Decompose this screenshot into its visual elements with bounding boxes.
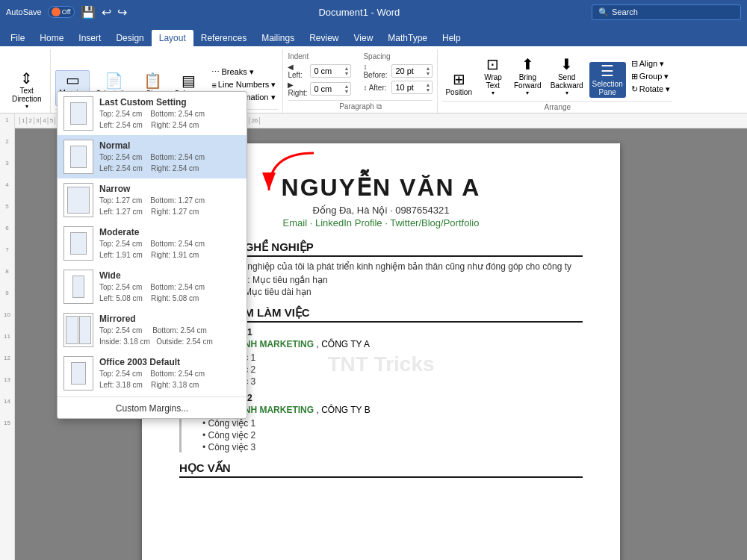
autosave-knob: [52, 7, 61, 16]
align-button[interactable]: ⊟ Align ▾: [629, 58, 672, 69]
side-ruler: 123 45 67 89 1011 1213 1415: [0, 113, 15, 560]
indent-right-down[interactable]: ▼: [344, 89, 349, 94]
indent-right-row: ▶ Right: 0 cm ▲ ▼: [288, 81, 351, 97]
spacing-after-down[interactable]: ▼: [425, 87, 430, 93]
tab-help[interactable]: Help: [435, 30, 468, 46]
spacing-before-down[interactable]: ▼: [425, 71, 430, 76]
indent-left-up[interactable]: ▲: [344, 66, 349, 71]
tab-mailings[interactable]: Mailings: [254, 30, 302, 46]
send-backward-icon: ⬇: [560, 57, 573, 72]
autosave-label: AutoSave: [6, 7, 42, 16]
align-label: Align ▾: [639, 59, 665, 69]
spacing-after-value: 10 pt: [394, 83, 425, 92]
indent-right-up[interactable]: ▲: [344, 84, 349, 89]
indent-right-field[interactable]: 0 cm ▲ ▼: [310, 82, 351, 96]
text-direction-button[interactable]: ⇕ TextDirection ▾: [7, 69, 46, 111]
job1-company: , CÔNG TY A: [316, 339, 370, 349]
tab-view[interactable]: View: [347, 30, 381, 46]
save-icon[interactable]: 💾: [81, 5, 96, 19]
margin-name-moderate: Moderate: [99, 227, 241, 237]
position-button[interactable]: ⊞ Position: [442, 70, 475, 98]
title-bar-left: AutoSave Off 💾 ↩ ↪: [6, 5, 127, 19]
bring-forward-button[interactable]: ⬆ BringForward ▾: [511, 55, 545, 98]
align-icon: ⊟: [631, 59, 638, 69]
breaks-icon: ⋯: [211, 67, 220, 77]
margin-item-moderate[interactable]: Moderate Top: 2.54 cm Bottom: 2.54 cmLef…: [58, 222, 247, 265]
margin-name-last-custom: Last Custom Setting: [99, 97, 241, 108]
objective-bullet-2: Dài hạn: Mục tiêu dài hạn: [202, 287, 583, 297]
margin-icon-narrow: [63, 183, 93, 217]
line-numbers-button[interactable]: ≡ Line Numbers ▾: [209, 79, 278, 90]
selection-pane-icon: ☰: [601, 63, 614, 78]
size-icon: 📋: [143, 73, 162, 88]
group-button[interactable]: ⊞ Group ▾: [629, 71, 672, 82]
send-backward-button[interactable]: ⬇ SendBackward ▾: [548, 55, 586, 98]
send-backward-dropdown-arrow: ▾: [565, 90, 568, 96]
paragraph-dialog-launcher[interactable]: ⧉: [376, 102, 382, 111]
document-title: Document1 - Word: [318, 7, 400, 18]
spacing-before-row: ↕ Before: 20 pt ▲ ▼: [363, 63, 433, 79]
indent-header: Indent: [288, 52, 351, 60]
tab-file[interactable]: File: [3, 30, 32, 46]
bring-forward-dropdown-arrow: ▾: [526, 90, 529, 96]
wrap-text-button[interactable]: ⊡ WrapText ▾: [478, 55, 508, 98]
orientation-icon: 📄: [105, 73, 123, 88]
tab-home[interactable]: Home: [32, 30, 71, 46]
ribbon-group-text-direction: ⇕ TextDirection ▾: [3, 49, 51, 113]
margin-details-normal: Top: 2.54 cm Bottom: 2.54 cmLeft: 2.54 c…: [99, 152, 241, 174]
margin-details-mirrored: Top: 2.54 cm Bottom: 2.54 cmInside: 3.18…: [99, 325, 241, 347]
margin-icon-inner: [70, 102, 87, 125]
spacing-before-field[interactable]: 20 pt ▲ ▼: [391, 64, 433, 78]
indent-right-spinners[interactable]: ▲ ▼: [344, 84, 349, 94]
spacing-before-spinners[interactable]: ▲ ▼: [425, 66, 430, 76]
spacing-after-spinners[interactable]: ▲ ▼: [425, 82, 430, 93]
margin-item-wide[interactable]: Wide Top: 2.54 cm Bottom: 2.54 cmLeft: 5…: [58, 265, 247, 308]
text-direction-dropdown-arrow: ▾: [25, 103, 28, 110]
search-placeholder: Search: [612, 7, 638, 16]
margin-item-normal[interactable]: Normal Top: 2.54 cm Bottom: 2.54 cmLeft:…: [58, 135, 247, 178]
margin-icon-last-custom: [63, 96, 93, 131]
margin-item-last-custom[interactable]: Last Custom Setting Top: 2.54 cm Bottom:…: [58, 92, 247, 135]
margin-details-narrow: Top: 1.27 cm Bottom: 1.27 cmLeft: 1.27 c…: [99, 195, 241, 217]
job2-task3: Công việc 3: [202, 442, 583, 452]
paragraph-group-label: Paragraph ⧉: [288, 100, 433, 113]
tab-mathtype[interactable]: MathType: [380, 30, 435, 46]
undo-icon[interactable]: ↩: [102, 5, 111, 19]
margin-icon-inner-office2003: [71, 362, 86, 385]
margin-item-mirrored[interactable]: Mirrored Top: 2.54 cm Bottom: 2.54 cmIns…: [58, 308, 247, 352]
indent-right-label: ▶ Right:: [288, 81, 309, 97]
rotate-button[interactable]: ↻ Rotate ▾: [629, 84, 672, 95]
indent-left-down[interactable]: ▼: [344, 71, 349, 76]
margin-details-wide: Top: 2.54 cm Bottom: 2.54 cmLeft: 5.08 c…: [99, 281, 241, 304]
rotate-label: Rotate ▾: [639, 84, 670, 94]
send-backward-label: SendBackward: [551, 73, 583, 90]
custom-margins-button[interactable]: Custom Margins...: [58, 399, 247, 418]
autosave-toggle[interactable]: Off: [48, 6, 75, 18]
tab-layout[interactable]: Layout: [152, 30, 193, 46]
spacing-after-field[interactable]: 10 pt ▲ ▼: [391, 81, 433, 94]
margin-details-moderate: Top: 2.54 cm Bottom: 2.54 cmLeft: 1.91 c…: [99, 238, 241, 261]
margin-name-narrow: Narrow: [99, 184, 241, 194]
spacing-after-up[interactable]: ▲: [425, 82, 430, 87]
redo-icon[interactable]: ↪: [117, 5, 127, 19]
selection-pane-button[interactable]: ☰ SelectionPane: [589, 62, 626, 98]
tab-review[interactable]: Review: [302, 30, 346, 46]
margin-item-narrow[interactable]: Narrow Top: 1.27 cm Bottom: 1.27 cmLeft:…: [58, 178, 247, 222]
tab-design[interactable]: Design: [108, 30, 151, 46]
mirror-left: [66, 316, 78, 344]
breaks-button[interactable]: ⋯ Breaks ▾: [209, 66, 278, 78]
margin-item-office2003[interactable]: Office 2003 Default Top: 2.54 cm Bottom:…: [58, 352, 247, 395]
spacing-before-up[interactable]: ▲: [425, 66, 430, 71]
title-bar: AutoSave Off 💾 ↩ ↪ Document1 - Word 🔍 Se…: [0, 0, 747, 24]
spacing-header: Spacing: [363, 52, 433, 60]
bring-forward-icon: ⬆: [521, 57, 534, 72]
search-box[interactable]: 🔍 Search: [592, 4, 741, 20]
margin-icon-moderate: [63, 226, 93, 261]
margin-details-office2003: Top: 2.54 cm Bottom: 2.54 cmLeft: 3.18 c…: [99, 368, 241, 391]
tab-references[interactable]: References: [193, 30, 254, 46]
dropdown-divider: [58, 396, 247, 397]
tab-insert[interactable]: Insert: [71, 30, 108, 46]
text-direction-label: TextDirection: [12, 87, 41, 103]
indent-left-spinners[interactable]: ▲ ▼: [344, 66, 349, 76]
indent-left-field[interactable]: 0 cm ▲ ▼: [310, 64, 351, 78]
